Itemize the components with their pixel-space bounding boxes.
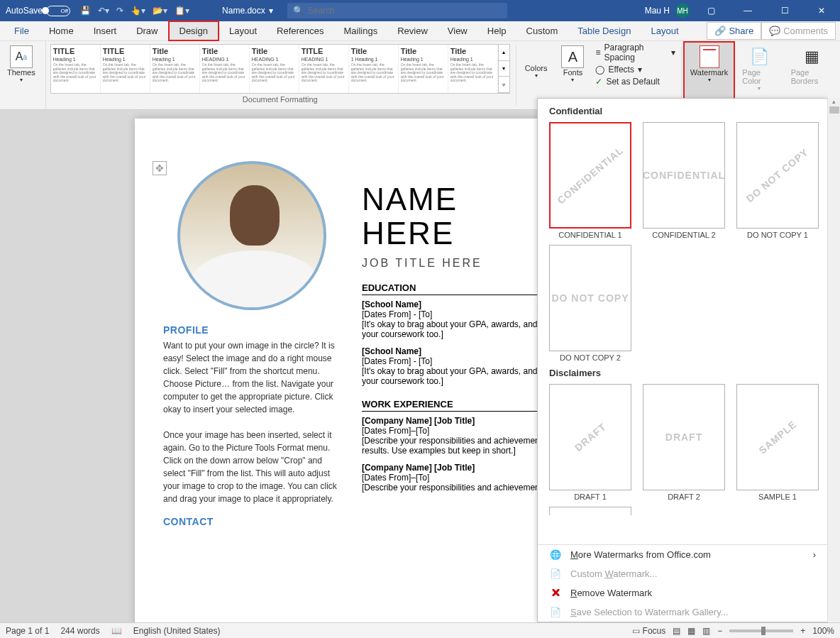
watermark-thumbnail[interactable]: DO NOT COPY <box>736 122 819 229</box>
avatar[interactable]: MH <box>675 4 690 18</box>
chevron-down-icon: ▾ <box>269 6 273 16</box>
zoom-slider[interactable] <box>729 629 793 632</box>
watermark-thumbnail[interactable]: DRAFT <box>643 384 725 490</box>
watermark-thumbnail[interactable]: CONFIDENTIAL <box>549 122 631 229</box>
panel-scrollbar[interactable]: ▴ <box>827 98 840 622</box>
search-box[interactable]: 🔍 <box>287 3 507 18</box>
tab-custom[interactable]: Custom <box>516 22 568 40</box>
tab-table-layout[interactable]: Layout <box>641 22 688 40</box>
focus-mode-button[interactable]: ▭ Focus <box>632 626 665 636</box>
watermark-thumbnail[interactable]: CONFIDENTIAL <box>643 122 725 229</box>
effects-icon: ◯ <box>595 65 604 75</box>
profile-text-1[interactable]: Want to put your own image in the circle… <box>163 339 341 416</box>
tab-view[interactable]: View <box>438 22 477 40</box>
page-color-icon: 📄 <box>748 45 770 68</box>
style-gallery-item[interactable]: TitleHEADING 1On the Insert tab, the gal… <box>200 45 250 93</box>
comments-button[interactable]: 💬 Comments <box>761 22 836 40</box>
tab-insert[interactable]: Insert <box>84 22 127 40</box>
style-gallery-item[interactable]: TITLEHEADING 1On the Insert tab, the gal… <box>299 45 349 93</box>
maximize-icon[interactable]: ☐ <box>769 0 800 21</box>
style-gallery-item[interactable]: TITLEHeading 1On the Insert tab, the gal… <box>101 45 150 93</box>
remove-watermark-item[interactable]: 🗙Remove Watermark <box>538 583 827 603</box>
profile-photo[interactable] <box>177 161 326 310</box>
user-area: Mau H MH ▢ — ☐ ✕ <box>645 0 840 21</box>
scroll-thumb[interactable] <box>829 106 839 114</box>
tab-home[interactable]: Home <box>39 22 84 40</box>
document-title[interactable]: Name.docx ▾ <box>222 6 273 16</box>
watermark-menu: 🌐More Watermarks from Office.com› 📄Custo… <box>538 544 827 622</box>
style-gallery-item[interactable]: TitleHeading 1On the Insert tab, the gal… <box>448 45 498 93</box>
language-indicator[interactable]: English (United States) <box>133 626 221 636</box>
tab-mailings[interactable]: Mailings <box>334 22 388 40</box>
print-layout-icon[interactable]: ▦ <box>687 626 695 636</box>
save-icon[interactable]: 💾 <box>80 6 91 16</box>
page-indicator[interactable]: Page 1 of 1 <box>6 626 49 636</box>
tab-draw[interactable]: Draw <box>126 22 167 40</box>
style-gallery[interactable]: TITLEHeading 1On the Insert tab, the gal… <box>50 44 510 94</box>
search-icon: 🔍 <box>293 6 304 16</box>
web-layout-icon[interactable]: ▥ <box>702 626 710 636</box>
anchor-icon[interactable]: ✥ <box>153 161 167 175</box>
effects-button[interactable]: ◯Effects ▾ <box>595 65 675 75</box>
tab-references[interactable]: References <box>267 22 333 40</box>
watermark-label: DO NOT COPY 2 <box>560 353 621 362</box>
share-button[interactable]: 🔗 Share <box>707 22 761 40</box>
watermark-label: DRAFT 2 <box>668 493 700 501</box>
zoom-in-button[interactable]: + <box>800 626 805 636</box>
style-gallery-item[interactable]: TitleHeading 1On the Insert tab, the gal… <box>150 45 200 93</box>
watermark-button[interactable]: Watermark▾ <box>687 44 731 84</box>
autosave-toggle[interactable]: AutoSave Off <box>0 6 76 16</box>
page-color-button[interactable]: 📄 Page Color▾ <box>739 44 779 93</box>
toggle-switch[interactable]: Off <box>46 6 70 16</box>
watermark-thumbnail[interactable]: DRAFT <box>549 384 631 490</box>
page-borders-button[interactable]: ▦ Page Borders <box>788 44 836 87</box>
style-gallery-item[interactable]: TitleHEADING 1On the Insert tab, the gal… <box>250 45 299 93</box>
search-input[interactable] <box>308 6 414 16</box>
set-default-button[interactable]: ✓Set as Default <box>595 77 675 87</box>
word-count[interactable]: 244 words <box>60 626 99 636</box>
tab-review[interactable]: Review <box>387 22 438 40</box>
contact-heading: CONTACT <box>163 516 341 527</box>
watermark-icon <box>700 45 719 68</box>
copy-icon[interactable]: 📋▾ <box>175 6 189 16</box>
group-label-formatting: Document Formatting <box>243 95 318 104</box>
zoom-out-button[interactable]: − <box>717 626 722 636</box>
style-gallery-item[interactable]: TITLEHeading 1On the Insert tab, the gal… <box>51 45 101 93</box>
tab-table-design[interactable]: Table Design <box>568 22 641 40</box>
user-name[interactable]: Mau H <box>645 6 670 16</box>
page-icon: 📄 <box>549 568 562 579</box>
style-gallery-item[interactable]: TitleHeading 1On the Insert tab, the gal… <box>399 45 448 93</box>
spacing-icon: ≡ <box>595 48 600 57</box>
paragraph-spacing-button[interactable]: ≡Paragraph Spacing ▾ <box>595 43 675 62</box>
touch-mode-icon[interactable]: 👆▾ <box>131 6 145 16</box>
more-watermarks-item[interactable]: 🌐More Watermarks from Office.com› <box>538 545 827 564</box>
tab-help[interactable]: Help <box>477 22 516 40</box>
watermark-category-confidential: Confidential <box>549 106 816 116</box>
watermark-label: SAMPLE 1 <box>758 493 797 501</box>
spell-check-icon[interactable]: 📖 <box>111 626 122 636</box>
style-gallery-item[interactable]: Title1 Heading 1On the Insert tab, the g… <box>349 45 399 93</box>
read-mode-icon[interactable]: ▤ <box>673 626 680 636</box>
undo-icon[interactable]: ↶▾ <box>98 6 109 16</box>
redo-icon[interactable]: ↷ <box>116 6 123 16</box>
quick-access-toolbar: 💾 ↶▾ ↷ 👆▾ 📂▾ 📋▾ <box>76 6 194 16</box>
zoom-level[interactable]: 100% <box>812 626 834 636</box>
watermark-thumbnail[interactable]: DO NOT COPY <box>549 245 631 351</box>
themes-button[interactable]: Aa Themes ▾ <box>4 44 38 84</box>
open-icon[interactable]: 📂▾ <box>153 6 167 16</box>
minimize-icon[interactable]: — <box>732 0 763 21</box>
tab-design[interactable]: Design <box>168 21 219 41</box>
profile-text-2[interactable]: Once your image has been inserted, selec… <box>163 429 341 505</box>
ribbon-display-icon[interactable]: ▢ <box>695 0 726 21</box>
fonts-button[interactable]: A Fonts▾ <box>558 44 587 84</box>
fonts-icon: A <box>561 45 584 68</box>
close-icon[interactable]: ✕ <box>806 0 837 21</box>
tab-layout[interactable]: Layout <box>219 22 267 40</box>
watermark-thumbnail[interactable]: SAMPLE <box>736 384 819 490</box>
tab-file[interactable]: File <box>4 22 39 40</box>
globe-icon: 🌐 <box>549 549 562 560</box>
save-selection-item: 📄Save Selection to Watermark Gallery... <box>538 603 827 622</box>
colors-button[interactable]: Colors▾ <box>522 44 551 80</box>
themes-icon: Aa <box>10 45 33 68</box>
status-bar: Page 1 of 1 244 words 📖 English (United … <box>0 622 840 638</box>
